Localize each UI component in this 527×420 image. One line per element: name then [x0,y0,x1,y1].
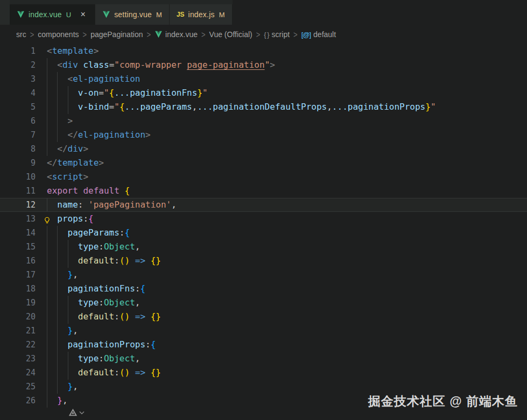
code-token: => [135,311,145,322]
indent-guide [47,254,57,268]
tab-index.js[interactable]: JSindex.jsM [170,4,233,25]
code-token: , [73,325,78,336]
code-token [130,367,135,378]
code-line[interactable]: 14pageParams:{ [0,226,527,240]
code-line[interactable]: 16default:() => {} [0,254,527,268]
code-token: > [83,172,88,182]
code-line[interactable]: 21}, [0,324,527,338]
code-line[interactable]: 12name: 'pagePagination', [0,198,527,212]
code-line[interactable]: 11export default { [0,184,527,198]
code-token: paginationProps [68,339,146,350]
code-line[interactable]: 25}, [0,380,527,394]
code-line[interactable]: 8</div> [0,142,527,156]
code-line-content: pageParams:{ [38,226,527,240]
line-number: 21 [0,324,38,338]
close-icon[interactable]: × [78,10,88,19]
code-token: {} [151,367,161,378]
breadcrumb-item-default[interactable]: [@]default [301,30,336,39]
code-token: } [57,395,62,405]
line-number: 4 [0,86,38,100]
code-line-content: }, [38,324,527,338]
code-line-content: <template> [38,44,527,58]
code-line[interactable]: 17}, [0,268,527,282]
code-line[interactable]: 26}, [0,394,527,408]
code-line[interactable]: 19type:Object, [0,296,527,310]
line-number: 26 [0,394,38,408]
code-token: default [78,311,114,322]
code-token: " [431,102,436,112]
code-token: { [120,102,125,112]
code-token: " [265,60,270,70]
code-token: v-bind [78,102,109,112]
code-line[interactable]: 13props:{ [0,212,527,226]
indent-guide [47,352,57,366]
code-token: props [57,213,83,224]
breadcrumb-label: default [313,30,336,39]
breadcrumb-item-vue-official-[interactable]: Vue (Official) [209,30,252,39]
indent-guide [47,114,57,128]
breadcrumb-item-script[interactable]: { }script [264,30,290,39]
ai-assistant-icon[interactable] [69,409,77,416]
code-line-content: type:Object, [38,296,527,310]
git-status-badge: M [219,11,225,19]
code-line[interactable]: 23type:Object, [0,352,527,366]
code-line[interactable]: 15type:Object, [0,240,527,254]
code-line[interactable]: 7</el-pagination> [0,128,527,142]
indent-guide [47,296,57,310]
line-number: 20 [0,310,38,324]
tab-bar-empty-space [233,0,527,25]
line-number: 16 [0,254,38,268]
chevron-down-icon[interactable] [79,411,85,415]
breadcrumb-item-index-vue[interactable]: index.vue [154,30,198,39]
code-token: " [104,88,109,98]
code-line-content: props:{ [38,212,527,226]
code-token: = [109,60,115,70]
code-token: ...paginationDefaultProps [197,102,327,112]
breadcrumb-item-components[interactable]: components [38,30,79,39]
code-line[interactable]: 5v-bind="{...pageParams,...paginationDef… [0,100,527,114]
code-editor[interactable]: 1<template>2<div class="comp-wrapper pag… [0,44,527,408]
lightbulb-icon[interactable] [43,215,51,223]
line-number: 9 [0,156,38,170]
code-line[interactable]: 1<template> [0,44,527,58]
code-line[interactable]: 20default:() => {} [0,310,527,324]
line-number: 10 [0,170,38,184]
indent-guide [57,352,67,366]
code-token: "comp-wrapper [114,60,187,70]
tab-setting.vue[interactable]: setting.vueM [95,4,170,25]
code-token: , [73,381,78,391]
code-line-content: </el-pagination> [38,128,527,142]
code-token: , [73,269,78,280]
code-line[interactable]: 10<script> [0,170,527,184]
code-line[interactable]: 24default:() => {} [0,366,527,380]
indent-guide [57,268,67,282]
indent-guide [57,380,67,394]
code-line-content: paginationProps:{ [38,338,527,352]
indent-guide [68,296,78,310]
code-token: " [202,88,208,98]
code-line[interactable]: 3<el-pagination [0,72,527,86]
code-line[interactable]: 9</template> [0,156,527,170]
indent-guide [47,394,57,408]
code-line[interactable]: 18paginationFns:{ [0,282,527,296]
code-line[interactable]: 6> [0,114,527,128]
code-token: </ [57,144,67,154]
breadcrumb-separator-icon: > [83,29,87,40]
breadcrumb-item-src[interactable]: src [16,30,26,39]
code-token: el-pagination [73,74,140,84]
code-line[interactable]: 4v-on="{...paginationFns}" [0,86,527,100]
code-token: { [109,88,115,98]
indent-guide [47,380,57,394]
code-token: template [57,158,99,168]
code-token: : [99,297,104,308]
vue-logo-icon [17,11,25,18]
breadcrumb-label: components [38,30,79,39]
breadcrumb-item-pagepagination[interactable]: pagePagination [90,30,143,39]
code-line[interactable]: 22paginationProps:{ [0,338,527,352]
code-token: div [62,60,78,70]
indent-guide [57,254,67,268]
tab-index.vue[interactable]: index.vueU× [10,4,95,25]
code-line-content: }, [38,394,527,408]
code-line[interactable]: 2<div class="comp-wrapper page-paginatio… [0,58,527,72]
indent-guide [57,366,67,380]
